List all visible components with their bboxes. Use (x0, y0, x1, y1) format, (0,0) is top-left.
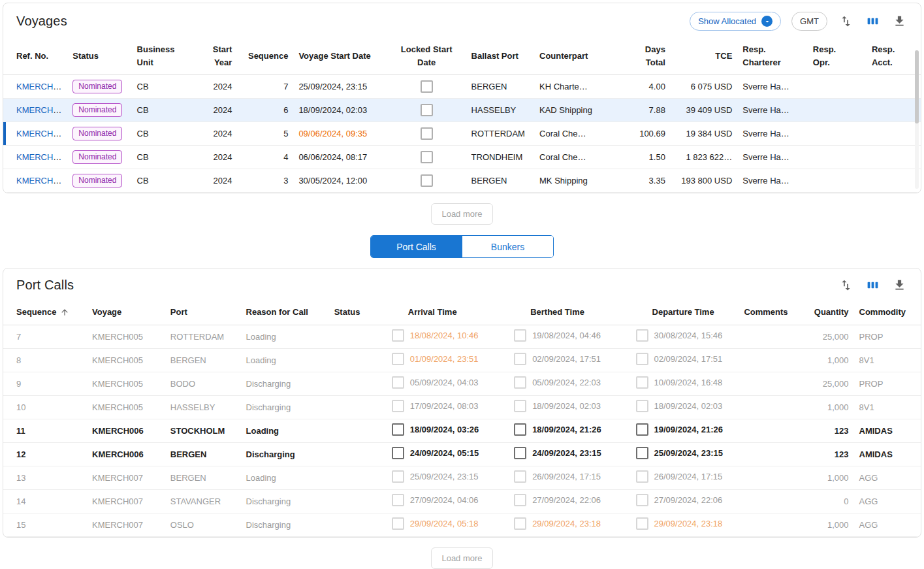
arrival-time-checkbox[interactable] (392, 329, 404, 342)
port-call-row[interactable]: 10KMERCH005HASSELBYDischarging17/09/2024… (3, 395, 921, 419)
voyage-counterpart-cell: Coral Che… (534, 122, 614, 146)
column-header-sequence[interactable]: Sequence (237, 37, 293, 75)
departure-time-checkbox[interactable] (636, 470, 648, 483)
berthed-time-checkbox[interactable] (514, 376, 526, 389)
port-call-row[interactable]: 13KMERCH007BERGENLoading25/09/2024, 23:1… (3, 466, 921, 489)
scrollbar-thumb[interactable] (915, 50, 919, 123)
berthed-time-checkbox[interactable] (514, 447, 526, 459)
departure-time-checkbox[interactable] (636, 400, 648, 412)
column-header-days-total[interactable]: Days Total (614, 37, 671, 75)
column-header-status[interactable]: Status (67, 37, 131, 75)
column-header-commodity[interactable]: Commodity (854, 300, 921, 325)
voyage-ref-link[interactable]: KMERCH006 (16, 105, 67, 115)
voyage-row[interactable]: KMERCH004NominatedCB2024406/06/2024, 08:… (3, 146, 921, 169)
departure-time-checkbox[interactable] (636, 329, 648, 342)
berthed-time-checkbox[interactable] (514, 423, 526, 436)
berthed-time-checkbox[interactable] (514, 353, 526, 365)
port-call-voyage-cell: KMERCH006 (87, 419, 165, 442)
departure-time-value: 02/09/2024, 17:51 (654, 354, 723, 364)
voyage-row[interactable]: KMERCH007NominatedCB2024725/09/2024, 23:… (3, 75, 921, 99)
voyage-ref-link[interactable]: KMERCH007 (16, 82, 67, 91)
voyage-resp-acct-cell (867, 75, 921, 99)
column-header-voyage[interactable]: Voyage (87, 300, 165, 325)
port-call-row[interactable]: 15KMERCH007OSLODischarging29/09/2024, 05… (3, 513, 921, 536)
column-header-port[interactable]: Port (165, 300, 241, 325)
column-header-berthed-time[interactable]: Berthed Time (509, 300, 630, 325)
columns-icon[interactable] (865, 277, 881, 293)
voyage-ref-link[interactable]: KMERCH004 (16, 152, 67, 162)
port-call-row[interactable]: 8KMERCH005BERGENLoading01/09/2024, 23:51… (3, 348, 921, 372)
port-call-row[interactable]: 9KMERCH005BODODischarging05/09/2024, 04:… (3, 372, 921, 395)
voyage-start-date-cell: 30/05/2024, 12:00 (293, 169, 387, 193)
departure-time-checkbox[interactable] (636, 517, 648, 530)
column-header-arrival-time[interactable]: Arrival Time (387, 300, 509, 325)
columns-icon[interactable] (865, 13, 881, 29)
departure-time-checkbox[interactable] (636, 423, 648, 436)
show-allocated-dropdown[interactable]: Show Allocated (690, 12, 781, 31)
departure-time-checkbox[interactable] (636, 353, 648, 365)
departure-time-checkbox[interactable] (636, 494, 648, 506)
arrival-time-checkbox[interactable] (392, 353, 404, 365)
column-header-ref-no[interactable]: Ref. No. (3, 37, 67, 75)
column-header-locked-start-date[interactable]: Locked Start Date (387, 37, 466, 75)
berthed-time-checkbox[interactable] (514, 329, 526, 342)
column-header-departure-time[interactable]: Departure Time (631, 300, 739, 325)
locked-start-date-checkbox[interactable] (421, 104, 433, 116)
berthed-time-checkbox[interactable] (514, 494, 526, 506)
departure-time-checkbox[interactable] (636, 376, 648, 389)
locked-start-date-checkbox[interactable] (421, 174, 433, 187)
sort-icon[interactable] (838, 13, 854, 29)
voyage-row[interactable]: KMERCH006NominatedCB2024618/09/2024, 02:… (3, 99, 921, 122)
voyage-ref-link[interactable]: KMERCH003 (16, 176, 67, 186)
arrival-time-checkbox[interactable] (392, 400, 404, 412)
column-header-quantity[interactable]: Quantity (801, 300, 854, 325)
column-header-tce[interactable]: TCE (671, 37, 737, 75)
arrival-time-cell: 29/09/2024, 05:18 (387, 513, 509, 536)
timezone-button[interactable]: GMT (791, 12, 827, 31)
locked-start-date-checkbox[interactable] (421, 151, 433, 163)
port-call-port-cell: HASSELBY (165, 395, 241, 419)
vertical-scrollbar[interactable] (915, 50, 919, 189)
locked-start-date-checkbox[interactable] (421, 127, 433, 140)
download-icon[interactable] (891, 13, 908, 29)
port-call-row[interactable]: 14KMERCH007STAVANGERDischarging27/09/202… (3, 489, 921, 513)
port-call-row[interactable]: 12KMERCH006BERGENDischarging24/09/2024, … (3, 442, 921, 466)
column-header-resp-acct[interactable]: Resp. Acct. (867, 37, 921, 75)
locked-start-date-checkbox[interactable] (421, 80, 433, 93)
arrival-time-checkbox[interactable] (392, 470, 404, 483)
column-header-business-unit[interactable]: Business Unit (132, 37, 207, 75)
arrival-time-checkbox[interactable] (392, 376, 404, 389)
port-call-row[interactable]: 7KMERCH005ROTTERDAMLoading18/08/2024, 10… (3, 325, 921, 348)
column-header-counterpart[interactable]: Counterpart (534, 37, 614, 75)
berthed-time-checkbox[interactable] (514, 400, 526, 412)
download-icon[interactable] (891, 277, 908, 293)
column-header-start-year[interactable]: Start Year (206, 37, 237, 75)
port-call-port-cell: ROTTERDAM (165, 325, 241, 348)
port-call-row[interactable]: 11KMERCH006STOCKHOLMLoading18/09/2024, 0… (3, 419, 921, 442)
column-header-resp-opr[interactable]: Resp. Opr. (808, 37, 867, 75)
column-header-reason-for-call[interactable]: Reason for Call (241, 300, 329, 325)
sort-icon[interactable] (838, 277, 854, 293)
voyages-load-more-button[interactable]: Load more (431, 203, 492, 225)
departure-time-checkbox[interactable] (636, 447, 648, 459)
arrival-time-checkbox[interactable] (392, 447, 404, 459)
berthed-time-checkbox[interactable] (514, 517, 526, 530)
port-calls-load-more-button[interactable]: Load more (431, 547, 492, 569)
column-header-sequence[interactable]: Sequence (3, 300, 87, 325)
berthed-time-checkbox[interactable] (514, 470, 526, 483)
tab-port-calls[interactable]: Port Calls (371, 236, 462, 257)
column-header-comments[interactable]: Comments (739, 300, 800, 325)
arrival-time-checkbox[interactable] (392, 517, 404, 530)
tab-bunkers[interactable]: Bunkers (462, 236, 553, 257)
voyage-locked-start-date-cell (387, 122, 466, 146)
column-header-ballast-port[interactable]: Ballast Port (466, 37, 534, 75)
arrival-time-checkbox[interactable] (392, 494, 404, 506)
voyage-row[interactable]: KMERCH005NominatedCB2024509/06/2024, 09:… (3, 122, 921, 146)
column-header-resp-charterer[interactable]: Resp. Charterer (737, 37, 808, 75)
column-header-status[interactable]: Status (329, 300, 387, 325)
column-header-voyage-start-date[interactable]: Voyage Start Date (293, 37, 387, 75)
arrival-time-checkbox[interactable] (392, 423, 404, 436)
voyage-row[interactable]: KMERCH003NominatedCB2024330/05/2024, 12:… (3, 169, 921, 193)
voyage-ref-link[interactable]: KMERCH005 (16, 129, 67, 138)
detail-tabs-group: Port CallsBunkers (370, 235, 554, 258)
